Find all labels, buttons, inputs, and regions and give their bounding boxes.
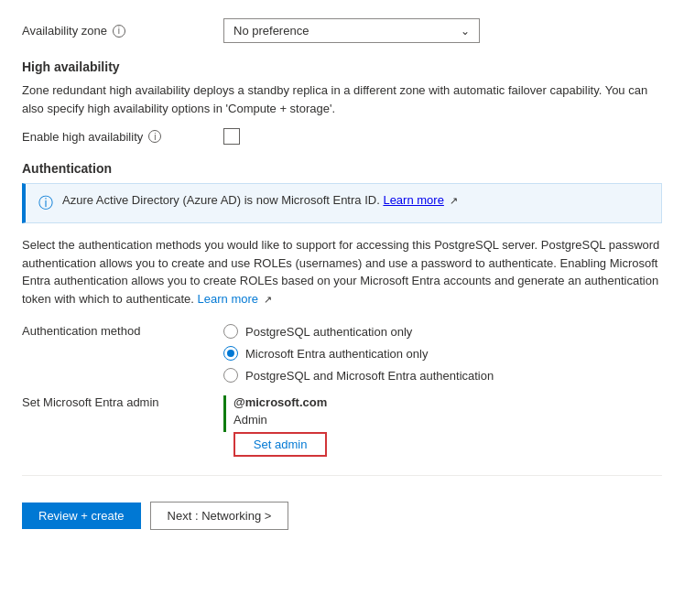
desc-learn-more-link[interactable]: Learn more (198, 292, 258, 306)
radio-psql-only[interactable]: PostgreSQL authentication only (223, 324, 662, 339)
availability-zone-dropdown[interactable]: No preference ⌄ (223, 18, 480, 43)
divider (22, 475, 662, 476)
radio-label-entra: Microsoft Entra authentication only (245, 347, 428, 361)
radio-circle-entra[interactable] (223, 346, 238, 361)
availability-zone-label: Availability zone (22, 24, 107, 38)
radio-circle-psql[interactable] (223, 324, 238, 339)
admin-label: Admin (233, 413, 327, 427)
banner-learn-more-link[interactable]: Learn more (383, 193, 443, 207)
availability-zone-info-icon[interactable]: i (113, 25, 125, 38)
set-admin-button[interactable]: Set admin (233, 432, 327, 457)
enable-ha-label: Enable high availability (22, 130, 143, 144)
radio-label-psql-entra: PostgreSQL and Microsoft Entra authentic… (245, 369, 494, 383)
external-link-icon-2: ↗ (264, 294, 272, 305)
set-entra-admin-label: Set Microsoft Entra admin (22, 395, 159, 409)
review-create-button[interactable]: Review + create (22, 503, 141, 529)
authentication-title: Authentication (22, 161, 662, 176)
auth-method-label: Authentication method (22, 324, 140, 338)
enable-ha-checkbox[interactable] (223, 128, 240, 145)
next-networking-button[interactable]: Next : Networking > (150, 502, 289, 530)
chevron-down-icon: ⌄ (461, 25, 470, 38)
radio-label-psql: PostgreSQL authentication only (245, 325, 412, 339)
high-availability-description: Zone redundant high availability deploys… (22, 81, 662, 117)
info-icon: ⓘ (38, 194, 53, 213)
entra-info-banner: ⓘ Azure Active Directory (Azure AD) is n… (22, 183, 662, 223)
radio-entra-only[interactable]: Microsoft Entra authentication only (223, 346, 662, 361)
admin-email: @microsoft.com (233, 395, 327, 409)
green-bar-indicator (223, 395, 226, 432)
enable-ha-info-icon[interactable]: i (148, 130, 161, 143)
radio-circle-psql-entra[interactable] (223, 368, 238, 383)
external-link-icon: ↗ (450, 195, 458, 206)
availability-zone-value: No preference (233, 24, 309, 38)
high-availability-title: High availability (22, 59, 662, 74)
radio-psql-entra[interactable]: PostgreSQL and Microsoft Entra authentic… (223, 368, 662, 383)
admin-control-group: @microsoft.com Admin Set admin (233, 395, 327, 457)
auth-method-radio-group: PostgreSQL authentication only Microsoft… (223, 324, 662, 383)
auth-description: Select the authentication methods you wo… (22, 236, 662, 308)
bottom-action-bar: Review + create Next : Networking > (22, 492, 662, 530)
banner-text: Azure Active Directory (Azure AD) is now… (62, 193, 458, 207)
